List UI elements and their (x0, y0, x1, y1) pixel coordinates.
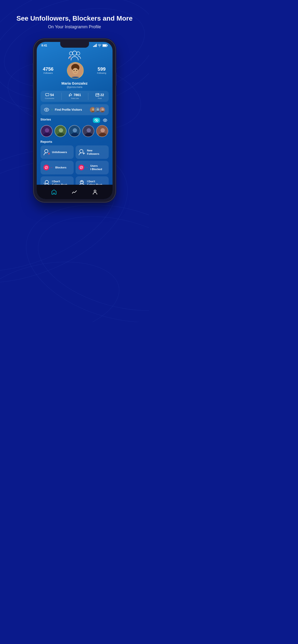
visitors-avatars (89, 106, 105, 113)
svg-point-44 (100, 128, 105, 132)
phone-wrapper: 9:41 (0, 39, 149, 202)
svg-point-8 (0, 252, 125, 322)
home-icon (51, 189, 57, 195)
profile-icon (92, 189, 98, 195)
hero-subtitle: On Your Instagramm Profile (7, 24, 142, 30)
like-icon (69, 93, 72, 97)
following-stat: 599 Following (97, 66, 106, 74)
app-users-icon (68, 50, 81, 60)
svg-rect-10 (103, 44, 106, 46)
reports-grid: Unfollowers NewFollowers (41, 146, 109, 190)
svg-point-27 (92, 108, 94, 111)
active-eye-icon[interactable] (93, 118, 100, 123)
followers-count: 4756 (43, 66, 54, 72)
svg-point-14 (72, 51, 77, 55)
svg-point-42 (87, 128, 91, 132)
following-count: 599 (97, 66, 106, 72)
story-5[interactable] (96, 125, 108, 137)
posts-stat: 22 Post (95, 93, 104, 100)
svg-point-29 (97, 108, 99, 111)
block-icon-2 (78, 164, 84, 170)
nav-stats[interactable] (72, 189, 77, 195)
svg-point-24 (98, 94, 99, 95)
screen-content: 4756 Followers (37, 47, 112, 194)
svg-point-40 (73, 128, 77, 132)
stories-header: Stories (41, 118, 109, 123)
battery-icon (102, 44, 108, 47)
visitors-text: Find Profile Visitors (55, 108, 82, 112)
likes-label: Total Like (71, 97, 79, 100)
nav-profile[interactable] (92, 189, 98, 195)
posts-icon (95, 93, 99, 96)
profile-name: Maria Gonzalez (41, 81, 109, 85)
hero-section: See Unfollowers, Blockers and More On Yo… (0, 0, 149, 34)
svg-point-7 (13, 186, 149, 322)
svg-point-48 (80, 150, 83, 153)
followers-label: Followers (43, 72, 54, 74)
avatar-image (67, 62, 83, 79)
new-followers-card[interactable]: NewFollowers (76, 146, 109, 159)
following-label: Following (97, 72, 106, 74)
comment-icon (45, 93, 49, 96)
stats-icon (72, 189, 77, 195)
svg-line-54 (80, 166, 82, 168)
svg-point-36 (45, 128, 49, 132)
comments-stat: 54 Comments (45, 93, 54, 100)
bottom-nav (37, 185, 112, 199)
unfollowers-icon (43, 149, 50, 155)
hero-title: See Unfollowers, Blockers and More (7, 14, 142, 22)
likes-count: 7861 (73, 93, 81, 97)
eye-active-svg (94, 118, 99, 122)
nav-home[interactable] (51, 189, 57, 195)
blockers-card[interactable]: ← Blockers (41, 161, 74, 174)
profile-handle: @gonza.maria (41, 86, 109, 88)
comments-count: 54 (50, 93, 54, 97)
svg-point-60 (94, 190, 96, 192)
story-2[interactable] (54, 125, 66, 137)
svg-line-52 (45, 166, 47, 168)
svg-point-34 (104, 120, 106, 121)
svg-point-45 (45, 150, 48, 153)
status-time: 9:41 (42, 44, 47, 47)
wifi-icon (98, 44, 101, 47)
visitors-banner[interactable]: ↑ Find Profile Visitors (41, 104, 109, 115)
posts-label: Post (98, 97, 102, 100)
status-icons (93, 44, 108, 47)
visitor-avatar-3 (99, 106, 105, 113)
svg-point-11 (69, 52, 73, 55)
svg-point-55 (45, 180, 49, 184)
visitors-left: ↑ Find Profile Visitors (44, 108, 82, 112)
blockers-label: Blockers (55, 166, 66, 169)
svg-point-15 (77, 52, 80, 55)
svg-point-38 (59, 128, 63, 132)
story-1[interactable] (41, 125, 53, 137)
up-arrow-icon: ↑ (51, 108, 53, 112)
eye-outline-icon[interactable] (101, 118, 109, 123)
arrow-out-icon: → (85, 166, 89, 170)
arrow-in-icon: ← (50, 166, 54, 170)
posts-count: 22 (100, 93, 104, 97)
divider-1 (61, 93, 62, 100)
notch (60, 42, 89, 48)
likes-stat: 7861 Total Like (69, 93, 81, 100)
svg-rect-22 (46, 94, 49, 96)
profile-section: 4756 Followers (41, 62, 109, 79)
users-i-blocked-label: UsersI Blocked (90, 164, 102, 171)
stories-row (41, 125, 109, 137)
story-3[interactable] (68, 125, 80, 137)
svg-point-19 (73, 70, 74, 71)
new-followers-icon (78, 149, 85, 155)
new-followers-label: NewFollowers (87, 149, 99, 156)
phone-screen: 9:41 (37, 42, 112, 199)
story-4[interactable] (82, 125, 94, 137)
reports-title: Reports (41, 140, 109, 144)
svg-point-31 (101, 108, 104, 111)
unfollowers-card[interactable]: Unfollowers (41, 146, 74, 159)
users-i-blocked-card[interactable]: → UsersI Blocked (76, 161, 109, 174)
app-icon-area (41, 50, 109, 60)
svg-line-33 (95, 119, 98, 122)
unfollowers-label: Unfollowers (52, 150, 67, 154)
phone-frame: 9:41 (34, 39, 115, 202)
stories-title: Stories (41, 118, 51, 121)
followers-stat: 4756 Followers (43, 66, 54, 74)
